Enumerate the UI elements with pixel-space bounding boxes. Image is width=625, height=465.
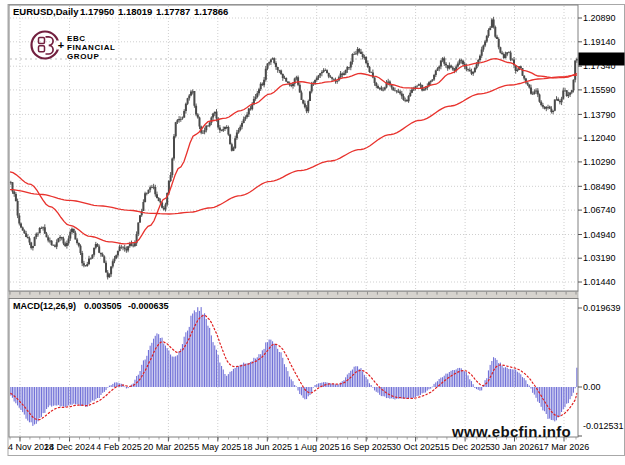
macd-histogram-bar — [112, 384, 113, 387]
macd-histogram-bar — [309, 387, 310, 395]
macd-histogram-bar — [213, 342, 214, 387]
macd-histogram-bar — [507, 368, 508, 387]
macd-histogram-bar — [87, 387, 88, 407]
macd-histogram-bar — [418, 387, 419, 396]
macd-histogram-bar — [265, 342, 266, 387]
macd-histogram-bar — [315, 385, 316, 387]
macd-histogram-bar — [544, 387, 545, 411]
macd-main-value: 0.003505 — [84, 301, 122, 311]
macd-histogram-bar — [364, 375, 365, 387]
macd-histogram-bar — [138, 375, 139, 387]
current-price-tag: 1.17866 — [579, 53, 625, 66]
macd-histogram-bar — [106, 387, 107, 390]
macd-histogram-bar — [240, 365, 241, 387]
macd-histogram-bar — [19, 387, 20, 408]
macd-histogram-bar — [408, 387, 409, 399]
macd-histogram-bar — [238, 366, 239, 387]
macd-histogram-bar — [417, 387, 418, 396]
macd-histogram-bar — [206, 319, 207, 387]
macd-histogram-bar — [354, 367, 355, 387]
macd-histogram-bar — [515, 370, 516, 388]
macd-histogram-bar — [99, 387, 100, 398]
time-axis-label: 20 Mar 2025 — [143, 442, 194, 452]
macd-histogram-bar — [500, 363, 501, 387]
macd-histogram-bar — [547, 387, 548, 419]
chart-canvas[interactable]: 1.208901.191401.173401.155901.137901.120… — [0, 0, 625, 465]
macd-histogram-bar — [29, 387, 30, 422]
macd-histogram-bar — [221, 366, 222, 387]
macd-histogram-bar — [269, 340, 270, 388]
macd-histogram-bar — [391, 387, 392, 398]
macd-histogram-bar — [456, 369, 457, 387]
macd-scale-label: -0.012531 — [583, 421, 624, 431]
macd-histogram-bar — [554, 387, 555, 421]
macd-histogram-bar — [24, 387, 25, 415]
chart-title-ohlc: EURUSD,Daily 1.17950 1.18019 1.17787 1.1… — [13, 6, 228, 17]
macd-histogram-bar — [32, 387, 33, 426]
macd-histogram-bar — [505, 367, 506, 387]
close-value: 1.17866 — [194, 6, 228, 17]
macd-histogram-bar — [77, 387, 78, 404]
macd-histogram-bar — [165, 346, 166, 387]
macd-histogram-bar — [279, 352, 280, 387]
macd-histogram-bar — [519, 373, 520, 387]
macd-histogram-bar — [14, 387, 15, 402]
macd-histogram-bar — [233, 369, 234, 387]
macd-histogram-bar — [179, 351, 180, 387]
macd-histogram-bar — [46, 387, 47, 409]
macd-histogram-bar — [372, 387, 373, 388]
macd-histogram-bar — [223, 370, 224, 388]
macd-histogram-bar — [466, 372, 467, 387]
macd-histogram-bar — [255, 359, 256, 387]
macd-histogram-bar — [434, 384, 435, 387]
macd-histogram-bar — [527, 384, 528, 387]
macd-histogram-bar — [197, 307, 198, 387]
macd-histogram-bar — [432, 387, 433, 388]
macd-histogram-bar — [245, 364, 246, 387]
macd-histogram-bar — [277, 349, 278, 387]
macd-scale-label: 0.00 — [583, 382, 601, 392]
pane-separator[interactable] — [9, 292, 578, 299]
macd-histogram-bar — [257, 357, 258, 387]
macd-histogram-bar — [151, 343, 152, 387]
macd-histogram-bar — [513, 370, 514, 388]
macd-histogram-bar — [464, 371, 465, 387]
macd-histogram-bar — [406, 387, 407, 399]
price-axis-label: 1.12040 — [583, 133, 616, 143]
macd-histogram-bar — [114, 383, 115, 388]
macd-histogram-bar — [100, 387, 101, 395]
macd-histogram-bar — [413, 387, 414, 398]
macd-histogram-bar — [111, 385, 112, 387]
macd-histogram-bar — [532, 387, 533, 393]
macd-histogram-bar — [109, 386, 110, 387]
macd-histogram-bar — [503, 368, 504, 387]
macd-histogram-bar — [126, 387, 127, 388]
macd-histogram-bar — [44, 387, 45, 413]
macd-histogram-bar — [286, 367, 287, 387]
macd-histogram-bar — [289, 377, 290, 387]
macd-histogram-bar — [235, 368, 236, 387]
macd-histogram-bar — [128, 387, 129, 388]
macd-histogram-bar — [311, 387, 312, 392]
macd-histogram-bar — [383, 387, 384, 396]
macd-histogram-bar — [564, 387, 565, 407]
price-axis-label: 1.01440 — [583, 277, 616, 287]
macd-histogram-bar — [284, 364, 285, 387]
macd-histogram-bar — [22, 387, 23, 412]
macd-histogram-bar — [168, 350, 169, 387]
macd-histogram-bar — [498, 363, 499, 387]
macd-histogram-bar — [563, 387, 564, 409]
logo-plus-icon: + — [58, 39, 64, 51]
macd-histogram-bar — [401, 387, 402, 399]
macd-histogram-bar — [313, 387, 314, 388]
price-axis-label: 1.04940 — [583, 230, 616, 240]
mt4-chart-window: 1.208901.191401.173401.155901.137901.120… — [0, 0, 625, 465]
logo-text-line2: FINANCIAL — [67, 43, 116, 52]
macd-histogram-bar — [90, 387, 91, 402]
macd-histogram-bar — [236, 366, 237, 387]
macd-histogram-bar — [371, 385, 372, 387]
logo-text-line3: GROUP — [67, 52, 99, 61]
macd-histogram-bar — [561, 387, 562, 412]
macd-histogram-bar — [398, 387, 399, 399]
macd-histogram-bar — [51, 387, 52, 407]
